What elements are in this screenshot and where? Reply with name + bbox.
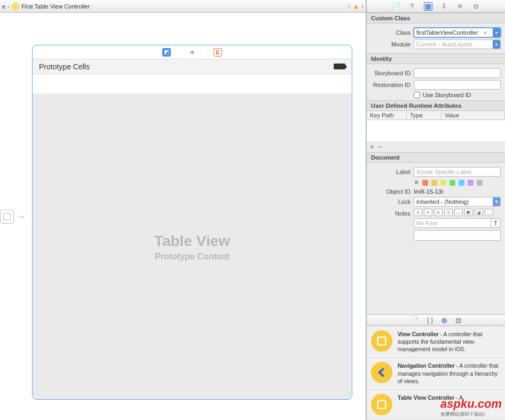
objectid-value: ImR-15-13t xyxy=(414,188,501,195)
dropdown-icon[interactable]: ⇅ xyxy=(493,197,500,206)
no-color-icon[interactable]: ✕ xyxy=(414,179,419,186)
dropdown-icon[interactable]: ▾ xyxy=(493,40,500,49)
clear-icon[interactable]: ✕ xyxy=(483,30,487,36)
storyboard-id-label: Storyboard ID xyxy=(371,70,411,76)
attributes-inspector-tab[interactable]: ⇩ xyxy=(440,2,448,11)
indent-less-icon[interactable]: ◩ xyxy=(464,209,473,216)
library-item-table-view-controller[interactable]: Table View Controller - A xyxy=(367,390,505,420)
dropdown-icon[interactable]: ▾ xyxy=(493,28,500,37)
first-responder-icon[interactable]: ◈ xyxy=(188,48,196,57)
font-picker-icon[interactable]: T xyxy=(491,218,501,228)
tableview-body[interactable]: Table View Prototype Content xyxy=(33,94,352,399)
use-storyboard-id-label: Use Storyboard ID xyxy=(423,92,471,98)
custom-class-header: Custom Class xyxy=(367,13,505,23)
viewcontroller-icon xyxy=(12,3,19,10)
tableview-title: Table View xyxy=(154,233,230,250)
runtime-attrs-columns: Key Path Type Value xyxy=(367,111,505,120)
restoration-id-label: Restoration ID xyxy=(371,82,411,88)
battery-icon xyxy=(334,64,345,69)
color-swatch[interactable] xyxy=(459,180,464,186)
document-header: Document xyxy=(367,152,505,163)
inspector-tabs: 📄 ? ▦ ⇩ ≡ ⊝ xyxy=(367,0,505,13)
scene-titlebar: ◩ ◈ E xyxy=(33,45,352,59)
dock-hint[interactable]: → xyxy=(0,210,27,224)
align-left-icon[interactable]: ≡ xyxy=(414,209,422,216)
warning-icon[interactable]: ▲ xyxy=(352,2,359,10)
media-library-tab[interactable]: ▤ xyxy=(455,316,461,324)
align-right-icon[interactable]: ≡ xyxy=(434,209,443,216)
chevron-right-icon: › xyxy=(7,3,10,10)
prototype-cell-area[interactable] xyxy=(33,74,352,94)
color-swatch[interactable] xyxy=(431,180,437,186)
module-field[interactable]: Current – AutoLayout ▾ xyxy=(414,39,501,49)
history-forward-icon[interactable]: › xyxy=(361,3,364,10)
size-inspector-tab[interactable]: ≡ xyxy=(456,2,464,11)
navigationcontroller-icon xyxy=(371,362,392,383)
help-inspector-tab[interactable]: ? xyxy=(408,2,416,11)
object-library[interactable]: View Controller - A controller that supp… xyxy=(367,326,505,420)
library-item-navigation-controller[interactable]: Navigation Controller - A controller tha… xyxy=(367,358,505,390)
viewcontroller-icon xyxy=(371,330,392,352)
arrow-right-icon: → xyxy=(15,210,27,224)
history-back-icon[interactable]: ‹ xyxy=(348,3,350,10)
identity-header: Identity xyxy=(367,53,505,64)
remove-attr-button[interactable]: − xyxy=(377,142,385,151)
file-inspector-tab[interactable]: 📄 xyxy=(392,2,400,11)
color-swatch[interactable] xyxy=(422,180,428,186)
breadcrumb-bar: e › First Table View Controller ‹ ▲ › xyxy=(0,0,366,13)
tableview-subtitle: Prototype Content xyxy=(155,252,230,261)
file-template-tab[interactable]: 📄 xyxy=(411,316,419,324)
scene-tableviewcontroller[interactable]: ◩ ◈ E Prototype Cells Table View Prototy… xyxy=(32,45,352,400)
canvas[interactable]: → ◩ ◈ E Prototype Cells Table View Proto… xyxy=(0,13,366,420)
notes-textarea[interactable] xyxy=(414,230,501,241)
lock-field[interactable]: Inherited - (Nothing) ⇅ xyxy=(414,197,501,207)
runtime-attrs-body[interactable] xyxy=(367,120,505,141)
restoration-id-field[interactable] xyxy=(414,80,501,90)
prototype-header: Prototype Cells xyxy=(33,59,352,74)
objectid-label: Object ID xyxy=(371,188,411,195)
color-swatch[interactable] xyxy=(449,180,455,186)
align-justify-icon[interactable]: ≡ xyxy=(444,209,453,216)
color-swatch[interactable] xyxy=(468,180,474,186)
tableviewcontroller-icon xyxy=(371,394,392,415)
doc-label-label: Label xyxy=(371,169,411,175)
doc-label-field[interactable]: Xcode Specific Label xyxy=(414,167,501,177)
align-center-icon[interactable]: ≡ xyxy=(424,209,432,216)
add-attr-button[interactable]: + xyxy=(370,142,377,151)
use-storyboard-id-checkbox[interactable] xyxy=(414,92,420,98)
controller-icon[interactable]: ◩ xyxy=(162,48,171,57)
breadcrumb-prefix: e xyxy=(2,3,5,10)
svg-rect-1 xyxy=(378,401,386,409)
object-library-tab[interactable]: ◎ xyxy=(441,316,447,324)
exit-icon[interactable]: E xyxy=(214,48,222,57)
svg-rect-0 xyxy=(378,337,386,345)
prototype-cells-label: Prototype Cells xyxy=(39,62,90,71)
storyboard-id-field[interactable] xyxy=(414,68,501,78)
color-swatch[interactable] xyxy=(477,180,483,186)
connections-inspector-tab[interactable]: ⊝ xyxy=(472,2,480,11)
label-color-swatches: ✕ xyxy=(414,179,483,186)
class-field[interactable]: firstTableViewController ✕ ▾ xyxy=(414,28,501,37)
breadcrumb-title[interactable]: First Table View Controller xyxy=(21,3,90,10)
notes-label: Notes xyxy=(371,209,411,217)
lock-label: Lock xyxy=(371,199,411,205)
module-label: Module xyxy=(371,41,411,47)
indent-more-icon[interactable]: ◪ xyxy=(475,209,483,216)
notes-font-field[interactable]: No Font T xyxy=(414,218,501,228)
more-icon[interactable]: … xyxy=(485,209,493,216)
divider-icon[interactable]: --- xyxy=(454,209,463,216)
code-snippet-tab[interactable]: { } xyxy=(427,316,433,324)
notes-toolbar: ≡ ≡ ≡ ≡ --- ◩ ◪ … xyxy=(414,209,501,216)
identity-inspector-tab[interactable]: ▦ xyxy=(424,2,432,11)
runtime-attrs-header: User Defined Runtime Attributes xyxy=(367,100,505,111)
class-label: Class xyxy=(371,29,411,36)
color-swatch[interactable] xyxy=(440,180,446,186)
library-tabs: 📄 { } ◎ ▤ xyxy=(367,314,505,326)
library-item-view-controller[interactable]: View Controller - A controller that supp… xyxy=(367,326,505,358)
